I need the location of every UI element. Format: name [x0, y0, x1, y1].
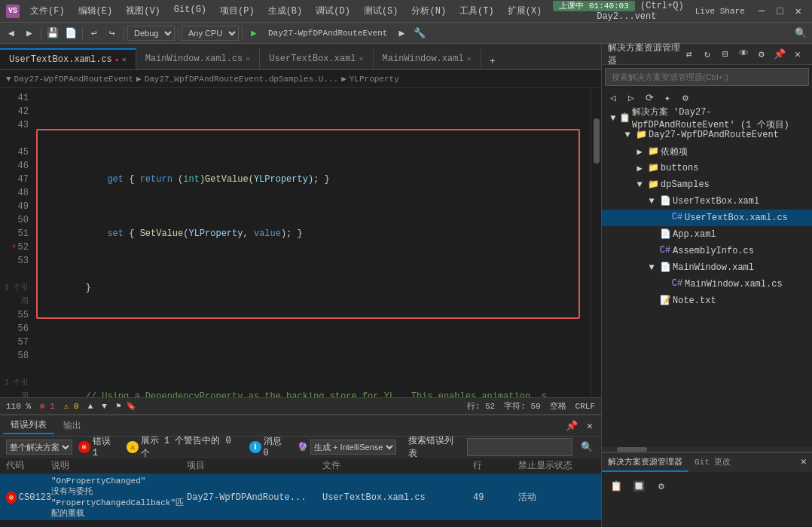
- close-panel-btn[interactable]: ✕: [789, 46, 806, 63]
- line-numbers: 41 42 43 45 46 47 48 49 50 51 ⚡52 53 1 个…: [0, 88, 36, 397]
- tab-output[interactable]: 输出: [56, 418, 89, 434]
- redo-btn[interactable]: ↪: [104, 25, 121, 41]
- error-description: "OnPropertyChanged"没有与委托"PropertyChanged…: [51, 476, 187, 519]
- prop-icon-1[interactable]: 📋: [608, 478, 624, 495]
- forward-btn[interactable]: ▶: [21, 25, 38, 41]
- bottom-close-btn[interactable]: ✕: [795, 453, 812, 470]
- tab-mainwindow-xaml-cs[interactable]: MainWindow.xaml.cs ✕: [136, 48, 261, 69]
- save-btn[interactable]: 💾: [44, 25, 61, 41]
- tree-icon-4[interactable]: ✦: [659, 90, 676, 106]
- pin-btn[interactable]: 📌: [771, 46, 788, 63]
- menu-project[interactable]: 项目(P): [214, 3, 261, 19]
- search-label: 搜索错误列表: [408, 434, 461, 460]
- tree-item-usertextbox-xaml-cs[interactable]: C# UserTextBox.xaml.cs: [602, 210, 812, 226]
- tab-close-btn[interactable]: ✕: [122, 55, 127, 64]
- sync-btn[interactable]: ⇄: [681, 46, 698, 63]
- right-panel-bottom: 解决方案资源管理器 Git 更改 ✕ 📋 🔲 ⚙: [602, 452, 812, 527]
- tab-solution-explorer-bottom[interactable]: 解决方案资源管理器: [602, 453, 688, 472]
- menu-edit[interactable]: 编辑(E): [72, 3, 119, 19]
- close-btn[interactable]: ✕: [791, 5, 806, 17]
- platform-dropdown[interactable]: Any CPU: [182, 26, 239, 41]
- breadcrumb-property[interactable]: YLProperty: [350, 75, 399, 84]
- undo-btn[interactable]: ↩: [86, 25, 102, 41]
- code-line-45: // Using a DependencyProperty as the bac…: [42, 390, 585, 397]
- settings-btn[interactable]: ⚙: [753, 46, 770, 63]
- menu-analyze[interactable]: 分析(N): [405, 3, 452, 19]
- tree-item-dpsamples[interactable]: ▼ 📁 dpSamples: [602, 176, 812, 193]
- tab-close-btn[interactable]: ✕: [467, 54, 472, 63]
- tree-icon-3[interactable]: ⟳: [641, 90, 658, 106]
- tab-usertextbox-xaml[interactable]: UserTextBox.xaml ✕: [260, 48, 373, 69]
- config-dropdown[interactable]: Debug: [127, 26, 175, 41]
- breadcrumb-sample[interactable]: Day27_WpfDPAndRouteEvent.dpSamples.U...: [145, 75, 338, 84]
- tab-close-btn[interactable]: ✕: [359, 54, 364, 63]
- vertical-scrollbar[interactable]: [591, 88, 601, 397]
- tab-error-list[interactable]: 错误列表: [3, 417, 54, 434]
- window-controls[interactable]: Live Share ─ □ ✕: [689, 5, 806, 17]
- menu-git[interactable]: Git(G): [168, 3, 212, 19]
- menu-view[interactable]: 视图(V): [120, 3, 166, 19]
- expand-arrow: [646, 229, 658, 240]
- tree-item-assemblyinfo[interactable]: C# AssemblyInfo.cs: [602, 243, 812, 259]
- tree-icon-1[interactable]: ◁: [605, 90, 621, 106]
- back-btn[interactable]: ◀: [3, 25, 20, 41]
- tab-label: UserTextBox.xaml.cs: [9, 54, 112, 65]
- search-icon[interactable]: 🔍: [578, 439, 595, 455]
- window-title: Day2...vent: [597, 11, 656, 22]
- project-icon: 📁: [635, 129, 647, 141]
- tree-item-app-xaml[interactable]: 📄 App.xaml: [602, 226, 812, 243]
- collapse-btn[interactable]: ⊟: [717, 46, 734, 63]
- maximize-btn[interactable]: □: [772, 5, 787, 17]
- right-panel: 解决方案资源管理器 ⇄ ↻ ⊟ 👁 ⚙ 📌 ✕ ◁ ▷ ⟳ ✦ ⚙: [601, 44, 812, 527]
- solution-search-input[interactable]: [605, 68, 809, 86]
- error-search-input[interactable]: [467, 438, 572, 456]
- nav-up[interactable]: ▲: [88, 402, 93, 411]
- tree-item-note-txt[interactable]: 📝 Note.txt: [602, 293, 812, 309]
- menu-debug[interactable]: 调试(D): [310, 3, 356, 19]
- run-btn[interactable]: ▶: [393, 25, 410, 41]
- save-all-btn[interactable]: 📄: [63, 25, 79, 41]
- tab-mainwindow-xaml[interactable]: MainWindow.xaml ✕: [374, 48, 481, 69]
- code-line-44: [42, 336, 585, 349]
- menu-test[interactable]: 测试(S): [358, 3, 404, 19]
- start-btn[interactable]: ▶: [246, 25, 262, 41]
- liveshare-btn[interactable]: Live Share: [689, 7, 751, 16]
- tree-item-dependencies[interactable]: ▶ 📁 依赖项: [602, 143, 812, 160]
- code-editor[interactable]: 41 42 43 45 46 47 48 49 50 51 ⚡52 53 1 个…: [0, 88, 601, 397]
- solution-root[interactable]: ▼ 📋 解决方案 'Day27-WpfDPAndRouteEvent' (1 个…: [602, 110, 812, 127]
- panel-pin-btn[interactable]: 📌: [563, 418, 580, 434]
- tree-item-mainwindow-xaml-cs[interactable]: C# MainWindow.xaml.cs: [602, 276, 812, 293]
- new-tab-btn[interactable]: +: [484, 53, 501, 69]
- menu-extensions[interactable]: 扩展(X): [502, 3, 548, 19]
- tree-item-buttons[interactable]: ▶ 📁 buttons: [602, 160, 812, 176]
- tree-item-usertextbox-xaml[interactable]: ▼ 📄 UserTextBox.xaml: [602, 193, 812, 210]
- intellisense-dropdown[interactable]: 生成 + IntelliSense: [310, 440, 396, 455]
- minimize-btn[interactable]: ─: [754, 5, 769, 17]
- tree-label: dpSamples: [661, 179, 710, 190]
- refresh-btn[interactable]: ↻: [699, 46, 716, 63]
- menu-tools[interactable]: 工具(T): [453, 3, 500, 19]
- error-row-0[interactable]: ⊗ CS0123 "OnPropertyChanged"没有与委托"Proper…: [0, 474, 601, 520]
- scope-dropdown[interactable]: 整个解决方案: [6, 440, 72, 455]
- prop-icon-3[interactable]: ⚙: [653, 478, 670, 495]
- col-line: 行: [473, 459, 518, 472]
- tree-item-mainwindow-xaml[interactable]: ▼ 📄 MainWindow.xaml: [602, 259, 812, 276]
- code-content[interactable]: get { return (int)GetValue(YLProperty); …: [36, 88, 591, 397]
- tree-icon-5[interactable]: ⚙: [677, 90, 694, 106]
- nav-down[interactable]: ▼: [102, 402, 107, 411]
- tab-usertextbox-xaml-cs[interactable]: UserTextBox.xaml.cs ● ✕: [0, 48, 136, 69]
- debug-tools[interactable]: 🔧: [411, 25, 428, 41]
- search-area: [602, 65, 812, 89]
- search-btn[interactable]: 🔍: [792, 25, 809, 41]
- expand-arrow: ▼: [646, 262, 658, 273]
- breadcrumb-project[interactable]: Day27-WpfDPAndRouteEvent: [14, 75, 133, 84]
- prop-icon-2[interactable]: 🔲: [630, 478, 647, 495]
- panel-close-btn[interactable]: ✕: [582, 418, 598, 434]
- tree-icon-2[interactable]: ▷: [623, 90, 640, 106]
- menu-build[interactable]: 生成(B): [262, 3, 309, 19]
- tab-git-changes[interactable]: Git 更改: [688, 453, 737, 472]
- show-all-btn[interactable]: 👁: [735, 46, 752, 63]
- menu-file[interactable]: 文件(F): [24, 3, 71, 19]
- menu-bar[interactable]: 文件(F) 编辑(E) 视图(V) Git(G) 项目(P) 生成(B) 调试(…: [24, 3, 548, 19]
- tab-close-btn[interactable]: ✕: [246, 54, 250, 63]
